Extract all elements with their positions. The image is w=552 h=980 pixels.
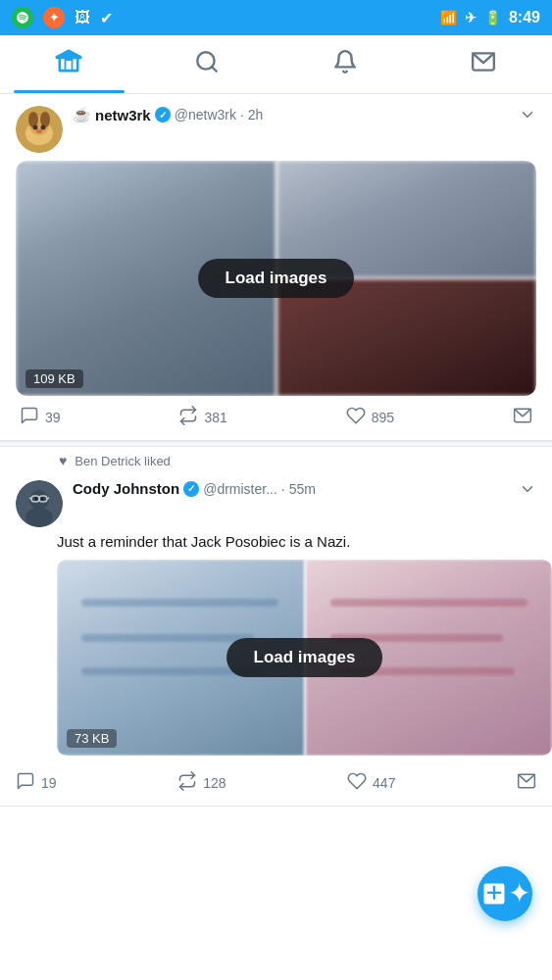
tweet-1-header: ☕ netw3rk ✓ @netw3rk · 2h bbox=[16, 106, 536, 153]
share-icon-2 bbox=[517, 771, 536, 794]
status-time: 8:49 bbox=[509, 9, 540, 26]
compose-fab[interactable]: ✦ bbox=[477, 866, 532, 921]
wifi-icon: 📶 bbox=[440, 10, 457, 25]
svg-point-10 bbox=[36, 129, 42, 133]
tweet-2-text: Just a reminder that Jack Posobiec is a … bbox=[57, 531, 552, 552]
tweet-2-retweet-count: 128 bbox=[203, 775, 226, 791]
home-icon bbox=[55, 47, 82, 81]
tweet-2-time: 55m bbox=[289, 481, 316, 497]
tweet-1-name: netw3rk bbox=[95, 107, 151, 123]
tweet-1-comment-count: 39 bbox=[45, 410, 61, 425]
fab-icon: ✦ bbox=[508, 880, 530, 907]
retweet-icon bbox=[178, 406, 198, 428]
tweet-2-retweet-action[interactable]: 128 bbox=[177, 771, 226, 794]
tweet-1-like-count: 895 bbox=[372, 410, 394, 425]
svg-line-1 bbox=[212, 67, 217, 72]
nav-search[interactable] bbox=[138, 35, 276, 93]
check-icon: ✔ bbox=[100, 9, 113, 27]
retweet-icon-2 bbox=[177, 771, 197, 794]
tweet-2-like-action[interactable]: 447 bbox=[347, 771, 395, 794]
image-icon: 🖼 bbox=[75, 9, 90, 26]
tweet-1-image-grid[interactable]: Load images 109 KB bbox=[16, 161, 536, 396]
airplane-icon: ✈ bbox=[465, 10, 477, 25]
tweet-1-chevron[interactable] bbox=[519, 106, 536, 128]
nav-messages[interactable] bbox=[414, 35, 552, 93]
tweet-1-comment-action[interactable]: 39 bbox=[20, 406, 61, 428]
tweet-2-handle: @drmister... bbox=[203, 481, 277, 497]
tweet-1-image-size: 109 KB bbox=[25, 369, 83, 388]
tweet-1-emoji: ☕ bbox=[73, 106, 91, 123]
tweet-2-header: Cody Johnston ✓ @drmister... · 55m bbox=[0, 468, 552, 527]
tweet-2-name-row: Cody Johnston ✓ @drmister... · 55m bbox=[73, 480, 519, 497]
liked-by-text: Ben Detrick liked bbox=[75, 454, 171, 468]
tweet-1-share-action[interactable] bbox=[513, 406, 532, 428]
tweet-2-load-images-button[interactable]: Load images bbox=[226, 638, 383, 677]
tweet-2-like-count: 447 bbox=[373, 775, 395, 791]
feed: ☕ netw3rk ✓ @netw3rk · 2h bbox=[0, 94, 552, 807]
tweet-1-verified: ✓ bbox=[155, 107, 171, 122]
comment-icon bbox=[20, 406, 39, 428]
tweet-2-chevron[interactable] bbox=[519, 480, 536, 503]
svg-point-14 bbox=[25, 508, 53, 527]
svg-point-6 bbox=[28, 112, 38, 127]
heart-icon-2 bbox=[347, 771, 367, 794]
nav-home[interactable] bbox=[0, 35, 138, 93]
tweet-1-name-row: ☕ netw3rk ✓ @netw3rk · 2h bbox=[73, 106, 519, 123]
share-icon bbox=[513, 406, 532, 428]
tweet-2-name: Cody Johnston bbox=[73, 480, 179, 497]
tweet-1-like-action[interactable]: 895 bbox=[346, 406, 394, 428]
nav-notifications[interactable] bbox=[276, 35, 415, 93]
tweet-1-avatar[interactable] bbox=[16, 106, 63, 153]
svg-point-8 bbox=[33, 125, 38, 130]
tweet-2-image-grid[interactable]: Load images 73 KB bbox=[57, 560, 552, 756]
svg-point-15 bbox=[34, 497, 38, 501]
tweet-1-time: 2h bbox=[248, 107, 264, 122]
bell-icon bbox=[332, 49, 358, 80]
tweet-1-retweet-count: 381 bbox=[204, 410, 226, 425]
heart-icon bbox=[346, 406, 366, 428]
tweet-2-meta: Cody Johnston ✓ @drmister... · 55m bbox=[73, 480, 519, 497]
tweet-2-avatar[interactable] bbox=[16, 480, 63, 527]
tweet-1: ☕ netw3rk ✓ @netw3rk · 2h bbox=[0, 94, 552, 441]
status-bar-left: ✦ 🖼 ✔ bbox=[12, 7, 113, 28]
battery-icon: 🔋 bbox=[484, 10, 501, 25]
svg-point-9 bbox=[41, 125, 46, 130]
tweet-2-comment-count: 19 bbox=[41, 775, 57, 791]
tweet-1-meta: ☕ netw3rk ✓ @netw3rk · 2h bbox=[73, 106, 519, 123]
tweet-2: ♥ Ben Detrick liked bbox=[0, 447, 552, 807]
tweet-2-image-size: 73 KB bbox=[67, 729, 117, 748]
comment-icon-2 bbox=[16, 771, 35, 794]
spotify-icon bbox=[12, 7, 33, 28]
tweet-2-comment-action[interactable]: 19 bbox=[16, 771, 57, 794]
tweet-1-handle: @netw3rk bbox=[175, 107, 236, 122]
search-icon bbox=[194, 49, 220, 80]
tweet-1-retweet-action[interactable]: 381 bbox=[178, 406, 226, 428]
tweet-1-dot: · bbox=[240, 107, 244, 122]
mail-icon bbox=[471, 49, 496, 80]
tweet-2-share-action[interactable] bbox=[517, 771, 536, 794]
nav-bar bbox=[0, 35, 552, 94]
tweet-2-verified: ✓ bbox=[183, 481, 199, 497]
status-bar-right: 📶 ✈ 🔋 8:49 bbox=[440, 9, 540, 26]
tweet-2-dot: · bbox=[281, 481, 285, 497]
svg-point-16 bbox=[40, 497, 44, 501]
status-bar: ✦ 🖼 ✔ 📶 ✈ 🔋 8:49 bbox=[0, 0, 552, 35]
liked-heart-icon: ♥ bbox=[59, 453, 67, 468]
svg-point-7 bbox=[40, 112, 50, 127]
liked-banner: ♥ Ben Detrick liked bbox=[0, 447, 552, 468]
tweet-1-actions: 39 381 895 bbox=[16, 406, 536, 428]
tweet-2-actions: 19 128 447 bbox=[0, 763, 552, 794]
custom-app-icon: ✦ bbox=[43, 7, 65, 28]
tweet-1-load-images-button[interactable]: Load images bbox=[198, 259, 355, 298]
